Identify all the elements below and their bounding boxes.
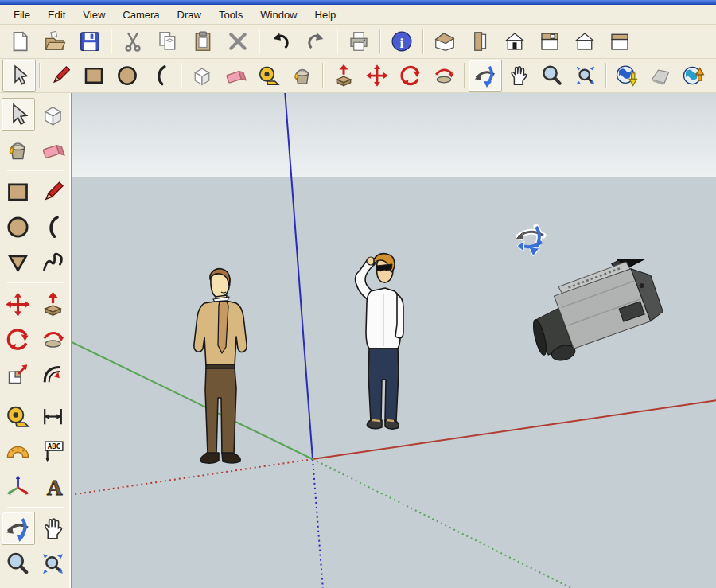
- menu-window[interactable]: Window: [251, 6, 305, 23]
- pan-hand-icon: [507, 64, 531, 88]
- sidebar-circle-button[interactable]: [2, 210, 35, 243]
- sidebar-separator: [7, 170, 64, 171]
- sidebar-select-button[interactable]: [2, 98, 35, 131]
- sidebar-scale-button[interactable]: [2, 357, 35, 391]
- sidebar-text-button[interactable]: ABC: [37, 434, 70, 468]
- toolbar-separator: [379, 29, 381, 54]
- sidebar-move-button[interactable]: [2, 287, 35, 321]
- sidebar-orbit-button[interactable]: [2, 512, 35, 545]
- new-button[interactable]: [2, 25, 37, 57]
- figure-man-with-sunglasses[interactable]: [342, 252, 420, 443]
- circle-button[interactable]: [111, 60, 144, 92]
- erase-button[interactable]: [220, 25, 255, 57]
- select-button[interactable]: [2, 60, 36, 92]
- open-button[interactable]: [37, 25, 72, 57]
- orbit-button[interactable]: [469, 60, 502, 92]
- globe-down-arrow-icon: [615, 64, 639, 88]
- sidebar-axes-button[interactable]: [2, 469, 35, 503]
- sidebar-zoom-previous-button[interactable]: [2, 582, 35, 588]
- eraser-button[interactable]: [219, 60, 252, 92]
- help-button[interactable]: i: [384, 25, 419, 57]
- back-view-button[interactable]: [567, 25, 602, 57]
- redo-arrow-icon: [304, 29, 328, 53]
- zoom-extents-button[interactable]: [569, 60, 602, 92]
- toggle-terrain-button[interactable]: [644, 60, 677, 92]
- modeling-viewport[interactable]: [72, 93, 716, 588]
- sidebar-arc-button[interactable]: [37, 210, 70, 243]
- make-component-button[interactable]: [185, 60, 219, 92]
- front-view-button[interactable]: [497, 25, 532, 57]
- zoom-extents-icon: [40, 551, 66, 577]
- line-button[interactable]: [44, 60, 77, 92]
- sidebar-polygon-button[interactable]: [2, 245, 35, 278]
- sidebar-rotate-button[interactable]: [2, 322, 35, 356]
- top-view-button[interactable]: [462, 25, 497, 57]
- menu-bar: File Edit View Camera Draw Tools Window …: [0, 5, 716, 25]
- pan-hand-icon: [40, 516, 66, 542]
- sidebar-eraser-button[interactable]: [37, 133, 70, 166]
- arc-button[interactable]: [144, 60, 177, 92]
- paint-bucket-icon: [5, 137, 31, 163]
- paint-bucket-button[interactable]: [286, 60, 319, 92]
- sidebar-freehand-button[interactable]: [37, 245, 70, 278]
- move-button[interactable]: [360, 60, 394, 92]
- sidebar-line-button[interactable]: [37, 175, 70, 208]
- zoom-magnifier-icon: [540, 64, 564, 88]
- get-current-view-button[interactable]: [610, 60, 644, 92]
- model-video-camera[interactable]: [519, 259, 667, 366]
- left-view-button[interactable]: [602, 25, 637, 57]
- menu-tools[interactable]: Tools: [210, 6, 251, 23]
- sketchup-window: File Edit View Camera Draw Tools Window …: [0, 0, 716, 588]
- circle-icon: [115, 64, 139, 88]
- sidebar-pan-button[interactable]: [37, 512, 70, 545]
- sidebar-follow-me-button[interactable]: [37, 322, 70, 356]
- sidebar-paint-bucket-button[interactable]: [2, 133, 35, 166]
- sidebar-zoom-button[interactable]: [2, 547, 35, 580]
- sidebar-push-pull-button[interactable]: [37, 287, 70, 321]
- push-pull-button[interactable]: [327, 60, 360, 92]
- sidebar-dimension-button[interactable]: [37, 399, 70, 433]
- rectangle-button[interactable]: [77, 60, 111, 92]
- place-model-button[interactable]: [677, 60, 710, 92]
- clipboard-icon: [191, 29, 215, 53]
- undo-button[interactable]: [263, 25, 298, 57]
- cut-button[interactable]: [115, 25, 150, 57]
- tape-measure-button[interactable]: [252, 60, 286, 92]
- sidebar-offset-button[interactable]: [37, 357, 70, 391]
- large-tool-set: ABC A: [0, 93, 72, 588]
- front-view-house-icon: [503, 29, 527, 53]
- right-view-house-icon: [538, 29, 562, 53]
- right-view-button[interactable]: [532, 25, 567, 57]
- rotate-button[interactable]: [394, 60, 427, 92]
- menu-help[interactable]: Help: [306, 6, 345, 23]
- iso-view-button[interactable]: [427, 25, 462, 57]
- toolbar-separator: [422, 29, 424, 54]
- sidebar-rectangle-button[interactable]: [2, 175, 35, 208]
- polygon-icon: [5, 249, 31, 275]
- print-button[interactable]: [341, 25, 376, 57]
- paste-button[interactable]: [185, 25, 220, 57]
- sidebar-zoom-extents-button[interactable]: [37, 547, 70, 580]
- sidebar-make-component-button[interactable]: [37, 98, 70, 131]
- orbit-icon: [473, 64, 497, 88]
- sidebar-zoom-next-button[interactable]: [37, 582, 70, 588]
- menu-view[interactable]: View: [74, 6, 114, 23]
- menu-edit[interactable]: Edit: [39, 6, 74, 23]
- follow-me-button[interactable]: [427, 60, 461, 92]
- redo-button[interactable]: [298, 25, 333, 57]
- menu-camera[interactable]: Camera: [114, 6, 168, 23]
- copy-button[interactable]: [150, 25, 185, 57]
- sidebar-tape-measure-button[interactable]: [2, 399, 35, 433]
- pan-button[interactable]: [502, 60, 535, 92]
- terrain-icon: [648, 64, 672, 88]
- menu-draw[interactable]: Draw: [169, 6, 210, 23]
- save-button[interactable]: [72, 25, 107, 57]
- sidebar-3d-text-button[interactable]: A: [37, 469, 70, 503]
- zoom-button[interactable]: [535, 60, 569, 92]
- toolbar-separator: [181, 63, 182, 88]
- copy-icon: [156, 29, 180, 53]
- figure-man-in-tie[interactable]: [177, 264, 255, 477]
- sidebar-protractor-button[interactable]: [2, 434, 35, 468]
- menu-file[interactable]: File: [5, 6, 39, 23]
- dimension-icon: [40, 403, 66, 430]
